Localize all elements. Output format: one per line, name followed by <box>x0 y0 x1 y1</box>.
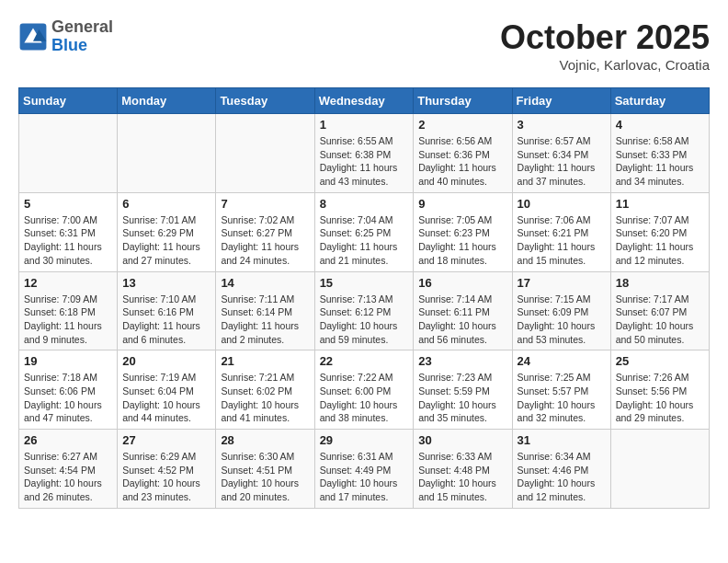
day-info: Sunrise: 6:34 AM Sunset: 4:46 PM Dayligh… <box>518 450 606 504</box>
day-info: Sunrise: 6:31 AM Sunset: 4:49 PM Dayligh… <box>320 450 409 504</box>
calendar-cell: 13Sunrise: 7:10 AM Sunset: 6:16 PM Dayli… <box>118 271 216 350</box>
day-info: Sunrise: 7:05 AM Sunset: 6:23 PM Dayligh… <box>418 213 506 268</box>
calendar-cell: 24Sunrise: 7:25 AM Sunset: 5:57 PM Dayli… <box>512 350 610 430</box>
day-info: Sunrise: 7:18 AM Sunset: 6:06 PM Dayligh… <box>24 371 112 425</box>
calendar-cell: 30Sunrise: 6:33 AM Sunset: 4:48 PM Dayli… <box>414 430 512 509</box>
calendar-cell: 27Sunrise: 6:29 AM Sunset: 4:52 PM Dayli… <box>118 430 216 509</box>
col-header-wednesday: Wednesday <box>314 88 414 114</box>
day-number: 21 <box>221 354 309 368</box>
calendar-cell: 16Sunrise: 7:14 AM Sunset: 6:11 PM Dayli… <box>414 271 512 350</box>
calendar-cell: 15Sunrise: 7:13 AM Sunset: 6:12 PM Dayli… <box>314 271 414 350</box>
day-info: Sunrise: 7:10 AM Sunset: 6:16 PM Dayligh… <box>122 293 210 347</box>
day-number: 13 <box>122 276 210 290</box>
calendar-cell: 2Sunrise: 6:56 AM Sunset: 6:36 PM Daylig… <box>414 114 512 193</box>
calendar-cell <box>118 114 216 193</box>
calendar-cell: 6Sunrise: 7:01 AM Sunset: 6:29 PM Daylig… <box>118 192 216 271</box>
day-info: Sunrise: 7:07 AM Sunset: 6:20 PM Dayligh… <box>616 213 704 268</box>
col-header-sunday: Sunday <box>19 88 118 114</box>
day-number: 22 <box>320 354 409 368</box>
day-info: Sunrise: 7:01 AM Sunset: 6:29 PM Dayligh… <box>122 213 210 268</box>
day-info: Sunrise: 6:57 AM Sunset: 6:34 PM Dayligh… <box>518 134 606 189</box>
day-number: 11 <box>616 197 704 211</box>
day-number: 31 <box>518 433 606 447</box>
calendar-cell: 3Sunrise: 6:57 AM Sunset: 6:34 PM Daylig… <box>512 114 610 193</box>
day-number: 20 <box>122 354 210 368</box>
day-number: 29 <box>320 433 409 447</box>
day-number: 10 <box>518 197 606 211</box>
day-info: Sunrise: 7:11 AM Sunset: 6:14 PM Dayligh… <box>221 293 309 347</box>
calendar-cell: 26Sunrise: 6:27 AM Sunset: 4:54 PM Dayli… <box>19 430 118 509</box>
day-number: 15 <box>320 276 409 290</box>
calendar-cell: 20Sunrise: 7:19 AM Sunset: 6:04 PM Dayli… <box>118 350 216 430</box>
day-info: Sunrise: 6:55 AM Sunset: 6:38 PM Dayligh… <box>320 134 409 189</box>
calendar-week-row: 5Sunrise: 7:00 AM Sunset: 6:31 PM Daylig… <box>19 192 710 271</box>
day-info: Sunrise: 6:33 AM Sunset: 4:48 PM Dayligh… <box>418 450 506 504</box>
day-info: Sunrise: 7:00 AM Sunset: 6:31 PM Dayligh… <box>24 213 112 268</box>
calendar-cell: 28Sunrise: 6:30 AM Sunset: 4:51 PM Dayli… <box>216 430 314 509</box>
day-number: 24 <box>518 354 606 368</box>
calendar-cell: 9Sunrise: 7:05 AM Sunset: 6:23 PM Daylig… <box>414 192 512 271</box>
day-number: 3 <box>518 118 606 132</box>
day-info: Sunrise: 7:13 AM Sunset: 6:12 PM Dayligh… <box>320 293 409 347</box>
calendar-cell: 7Sunrise: 7:02 AM Sunset: 6:27 PM Daylig… <box>216 192 314 271</box>
day-number: 9 <box>418 197 506 211</box>
calendar-cell <box>19 114 118 193</box>
calendar-cell <box>216 114 314 193</box>
location: Vojnic, Karlovac, Croatia <box>500 57 710 73</box>
calendar-cell: 19Sunrise: 7:18 AM Sunset: 6:06 PM Dayli… <box>19 350 118 430</box>
calendar-week-row: 26Sunrise: 6:27 AM Sunset: 4:54 PM Dayli… <box>19 430 710 509</box>
col-header-thursday: Thursday <box>414 88 512 114</box>
day-info: Sunrise: 6:27 AM Sunset: 4:54 PM Dayligh… <box>24 450 112 504</box>
calendar-cell: 17Sunrise: 7:15 AM Sunset: 6:09 PM Dayli… <box>512 271 610 350</box>
calendar-week-row: 12Sunrise: 7:09 AM Sunset: 6:18 PM Dayli… <box>19 271 710 350</box>
col-header-friday: Friday <box>512 88 610 114</box>
day-number: 26 <box>24 433 112 447</box>
day-info: Sunrise: 7:06 AM Sunset: 6:21 PM Dayligh… <box>518 213 606 268</box>
day-number: 19 <box>24 354 112 368</box>
day-number: 4 <box>616 118 704 132</box>
calendar-week-row: 19Sunrise: 7:18 AM Sunset: 6:06 PM Dayli… <box>19 350 710 430</box>
calendar-cell: 14Sunrise: 7:11 AM Sunset: 6:14 PM Dayli… <box>216 271 314 350</box>
calendar-cell: 5Sunrise: 7:00 AM Sunset: 6:31 PM Daylig… <box>19 192 118 271</box>
calendar-cell: 10Sunrise: 7:06 AM Sunset: 6:21 PM Dayli… <box>512 192 610 271</box>
day-number: 6 <box>122 197 210 211</box>
calendar-cell: 23Sunrise: 7:23 AM Sunset: 5:59 PM Dayli… <box>414 350 512 430</box>
month-title: October 2025 <box>500 18 710 57</box>
col-header-saturday: Saturday <box>610 88 709 114</box>
title-block: October 2025 Vojnic, Karlovac, Croatia <box>500 18 710 73</box>
day-info: Sunrise: 6:58 AM Sunset: 6:33 PM Dayligh… <box>616 134 704 189</box>
calendar-cell: 25Sunrise: 7:26 AM Sunset: 5:56 PM Dayli… <box>610 350 709 430</box>
day-number: 27 <box>122 433 210 447</box>
day-info: Sunrise: 6:30 AM Sunset: 4:51 PM Dayligh… <box>221 450 309 504</box>
day-info: Sunrise: 6:29 AM Sunset: 4:52 PM Dayligh… <box>122 450 210 504</box>
day-info: Sunrise: 7:25 AM Sunset: 5:57 PM Dayligh… <box>518 371 606 425</box>
day-number: 1 <box>320 118 409 132</box>
day-info: Sunrise: 7:17 AM Sunset: 6:07 PM Dayligh… <box>616 293 704 347</box>
day-number: 14 <box>221 276 309 290</box>
calendar-cell: 1Sunrise: 6:55 AM Sunset: 6:38 PM Daylig… <box>314 114 414 193</box>
day-number: 8 <box>320 197 409 211</box>
day-info: Sunrise: 7:15 AM Sunset: 6:09 PM Dayligh… <box>518 293 606 347</box>
logo-general-text: General <box>51 18 113 37</box>
day-info: Sunrise: 7:26 AM Sunset: 5:56 PM Dayligh… <box>616 371 704 425</box>
col-header-tuesday: Tuesday <box>216 88 314 114</box>
calendar-cell: 8Sunrise: 7:04 AM Sunset: 6:25 PM Daylig… <box>314 192 414 271</box>
day-number: 7 <box>221 197 309 211</box>
day-number: 5 <box>24 197 112 211</box>
logo-blue-text: Blue <box>51 37 113 55</box>
logo-icon <box>18 22 48 52</box>
calendar-week-row: 1Sunrise: 6:55 AM Sunset: 6:38 PM Daylig… <box>19 114 710 193</box>
day-number: 17 <box>518 276 606 290</box>
day-info: Sunrise: 7:19 AM Sunset: 6:04 PM Dayligh… <box>122 371 210 425</box>
calendar-cell: 11Sunrise: 7:07 AM Sunset: 6:20 PM Dayli… <box>610 192 709 271</box>
calendar-cell: 21Sunrise: 7:21 AM Sunset: 6:02 PM Dayli… <box>216 350 314 430</box>
day-number: 18 <box>616 276 704 290</box>
day-number: 23 <box>418 354 506 368</box>
day-number: 28 <box>221 433 309 447</box>
calendar-cell: 12Sunrise: 7:09 AM Sunset: 6:18 PM Dayli… <box>19 271 118 350</box>
day-info: Sunrise: 7:14 AM Sunset: 6:11 PM Dayligh… <box>418 293 506 347</box>
calendar-cell: 31Sunrise: 6:34 AM Sunset: 4:46 PM Dayli… <box>512 430 610 509</box>
calendar-cell <box>610 430 709 509</box>
calendar-cell: 4Sunrise: 6:58 AM Sunset: 6:33 PM Daylig… <box>610 114 709 193</box>
page-header: General Blue October 2025 Vojnic, Karlov… <box>18 18 710 73</box>
